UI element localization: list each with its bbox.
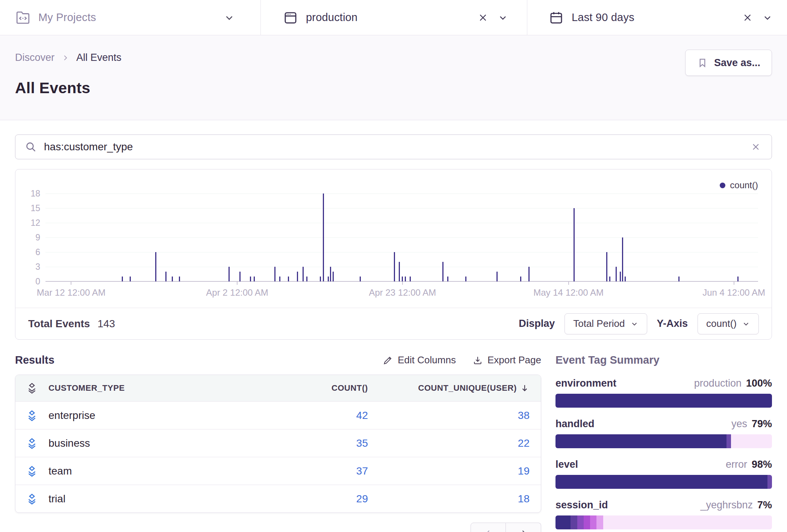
cell-count-unique[interactable]: 19 bbox=[379, 465, 541, 477]
tag-distribution-bar[interactable] bbox=[555, 475, 772, 489]
chart-bar[interactable] bbox=[274, 267, 275, 281]
chart-legend[interactable]: count() bbox=[720, 180, 758, 190]
tag-bar-segment[interactable] bbox=[726, 434, 731, 448]
tag-bar-segment[interactable] bbox=[577, 515, 584, 529]
cell-count[interactable]: 35 bbox=[255, 437, 379, 449]
chart-bar[interactable] bbox=[229, 267, 230, 281]
chart-bar[interactable] bbox=[254, 277, 255, 281]
save-as-button[interactable]: Save as... bbox=[685, 50, 772, 76]
cell-count-unique[interactable]: 18 bbox=[379, 493, 541, 505]
tag-distribution-bar[interactable] bbox=[555, 394, 772, 408]
chart-bar[interactable] bbox=[130, 277, 131, 281]
tag-bar-segment[interactable] bbox=[555, 515, 571, 529]
chart-bar[interactable] bbox=[625, 277, 626, 281]
environment-chevron-down-icon[interactable] bbox=[496, 11, 510, 24]
col-count[interactable]: COUNT() bbox=[255, 383, 379, 393]
tag-distribution-bar[interactable] bbox=[555, 515, 772, 529]
project-selector[interactable]: My Projects bbox=[0, 0, 260, 35]
chart-bar[interactable] bbox=[394, 252, 395, 281]
chart-bar[interactable] bbox=[328, 277, 329, 281]
chart-bar[interactable] bbox=[279, 277, 280, 281]
tag-bar-segment[interactable] bbox=[767, 475, 772, 489]
chart-bar[interactable] bbox=[122, 277, 123, 281]
tag-bar-segment[interactable] bbox=[555, 434, 726, 448]
chart-bar[interactable] bbox=[622, 237, 623, 281]
search-input[interactable] bbox=[44, 141, 749, 153]
chart-bar[interactable] bbox=[606, 252, 607, 281]
gridline bbox=[45, 208, 758, 209]
chart-bar[interactable] bbox=[620, 272, 621, 281]
x-axis-tick-label: Jun 4 12:00 AM bbox=[702, 287, 765, 298]
results-table-header: CUSTOMER_TYPE COUNT() COUNT_UNIQUE(USER) bbox=[15, 375, 541, 401]
export-page-button[interactable]: Export Page bbox=[472, 354, 541, 366]
total-events-value: 143 bbox=[97, 318, 115, 330]
col-count-unique[interactable]: COUNT_UNIQUE(USER) bbox=[379, 383, 541, 393]
chart-bar[interactable] bbox=[402, 277, 403, 281]
display-dropdown[interactable]: Total Period bbox=[565, 313, 647, 334]
edit-columns-button[interactable]: Edit Columns bbox=[383, 354, 456, 366]
yaxis-dropdown[interactable]: count() bbox=[698, 313, 759, 334]
chart-bar[interactable] bbox=[442, 262, 443, 281]
chart-bar[interactable] bbox=[323, 193, 324, 281]
environment-selector[interactable]: production bbox=[260, 0, 527, 35]
tag-distribution-bar[interactable] bbox=[555, 434, 772, 448]
chart-bar[interactable] bbox=[239, 272, 241, 281]
chart-bar[interactable] bbox=[678, 277, 680, 281]
tag-bar-segment[interactable] bbox=[571, 515, 577, 529]
breadcrumb: Discover All Events bbox=[15, 52, 772, 63]
chart-bar[interactable] bbox=[574, 208, 575, 281]
event-tag-summary: Event Tag Summary environmentproduction1… bbox=[555, 354, 772, 532]
tag-bar-segment[interactable] bbox=[555, 394, 772, 408]
top-filter-bar: My Projects production bbox=[0, 0, 787, 35]
chart-bar[interactable] bbox=[399, 262, 400, 281]
project-chevron-down-icon[interactable] bbox=[222, 11, 236, 25]
chart-bar[interactable] bbox=[303, 267, 304, 281]
chart-bar[interactable] bbox=[320, 277, 321, 281]
chart-bar[interactable] bbox=[306, 277, 307, 281]
daterange-selector[interactable]: Last 90 days bbox=[527, 0, 787, 35]
cell-count[interactable]: 42 bbox=[255, 410, 379, 422]
chart-bar[interactable] bbox=[737, 277, 739, 281]
daterange-chevron-down-icon[interactable] bbox=[761, 11, 774, 24]
search-clear-icon[interactable] bbox=[749, 140, 763, 154]
chart-bar[interactable] bbox=[447, 277, 448, 281]
legend-dot-icon bbox=[720, 183, 725, 188]
chart-bar[interactable] bbox=[250, 277, 251, 281]
environment-clear-icon[interactable] bbox=[476, 11, 490, 25]
chart-bar[interactable] bbox=[288, 277, 289, 281]
chart-bar[interactable] bbox=[179, 277, 180, 281]
stack-icon bbox=[15, 465, 48, 477]
tag-bar-segment[interactable] bbox=[584, 515, 590, 529]
chart-bar[interactable] bbox=[616, 267, 617, 281]
chart-bar[interactable] bbox=[410, 277, 411, 281]
chart-bar[interactable] bbox=[165, 272, 166, 281]
cell-count[interactable]: 29 bbox=[255, 493, 379, 505]
chart-plot: 0369121518Mar 12 12:00 AMApr 2 12:00 AMA… bbox=[45, 193, 758, 281]
chart-bar[interactable] bbox=[333, 272, 334, 281]
display-label: Display bbox=[519, 318, 555, 329]
cell-count-unique[interactable]: 22 bbox=[379, 437, 541, 449]
chart-bar[interactable] bbox=[528, 267, 530, 281]
pagination-prev-button[interactable] bbox=[471, 523, 506, 532]
pagination-next-button[interactable] bbox=[506, 523, 541, 532]
chart-bar[interactable] bbox=[297, 272, 298, 281]
chart-bar[interactable] bbox=[465, 277, 466, 281]
chart-bar[interactable] bbox=[496, 272, 498, 281]
chart-bar[interactable] bbox=[330, 267, 331, 281]
tag-bar-segment[interactable] bbox=[555, 475, 767, 489]
col-customer-type[interactable]: CUSTOMER_TYPE bbox=[48, 383, 255, 393]
chart-bar[interactable] bbox=[520, 277, 521, 281]
tag-bar-segment[interactable] bbox=[596, 515, 603, 529]
chart-bar[interactable] bbox=[172, 277, 173, 281]
chart-bar[interactable] bbox=[360, 277, 361, 281]
chart-bar[interactable] bbox=[609, 277, 610, 281]
event-tag-summary-rows: environmentproduction100%handledyes79%le… bbox=[555, 378, 772, 532]
stack-icon bbox=[15, 493, 48, 505]
cell-count[interactable]: 37 bbox=[255, 465, 379, 477]
chart-bar[interactable] bbox=[155, 252, 156, 281]
cell-count-unique[interactable]: 38 bbox=[379, 410, 541, 422]
daterange-clear-icon[interactable] bbox=[740, 11, 755, 25]
tag-bar-segment[interactable] bbox=[590, 515, 596, 529]
breadcrumb-discover-link[interactable]: Discover bbox=[15, 52, 54, 63]
chart-bar[interactable] bbox=[405, 277, 406, 281]
